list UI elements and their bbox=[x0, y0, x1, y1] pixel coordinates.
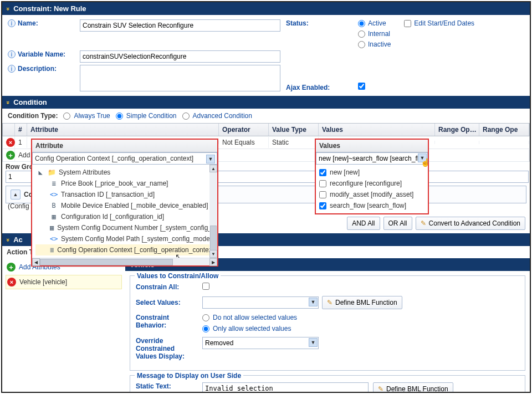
code-icon: <> bbox=[50, 235, 58, 243]
select-values-input[interactable]: ▼ bbox=[202, 296, 319, 309]
cond-type-advanced[interactable]: Advanced Condition bbox=[182, 112, 252, 120]
value-option[interactable]: search_flow [search_flow] bbox=[319, 200, 424, 211]
col-valuetype[interactable]: Value Type bbox=[269, 124, 319, 136]
scroll-up-icon[interactable]: ▲ bbox=[209, 165, 217, 172]
chevron-icon: » bbox=[5, 7, 12, 10]
status-inactive[interactable]: Inactive bbox=[358, 40, 391, 48]
constrain-all-checkbox[interactable] bbox=[202, 283, 209, 290]
condition-title: Condition bbox=[13, 98, 47, 106]
attr-tree: ◣📁System Attributes ≣Price Book [_price_… bbox=[32, 165, 217, 258]
description-label: iDescription: bbox=[8, 65, 74, 73]
behavior-label: Constraint Behavior: bbox=[136, 314, 197, 329]
rule-form: iName: Status: Active Internal Inactive … bbox=[2, 15, 530, 96]
code-icon: <> bbox=[50, 191, 58, 198]
pencil-icon: ✎ bbox=[327, 299, 332, 306]
tree-item[interactable]: <>Transaction ID [_transaction_id] bbox=[35, 189, 216, 200]
pencil-icon: ✎ bbox=[378, 385, 383, 393]
tree-item[interactable]: ▦System Config Document Number [_system_… bbox=[35, 222, 216, 233]
name-input[interactable] bbox=[80, 19, 280, 32]
grid-icon: ▦ bbox=[50, 224, 54, 232]
collapse-icon[interactable]: ◣ bbox=[37, 168, 44, 176]
constrain-all-label: Constrain All: bbox=[136, 283, 197, 291]
static-text-label: Static Text: bbox=[136, 382, 197, 390]
varname-label: iVariable Name: bbox=[8, 50, 74, 58]
scrollbar-horizontal[interactable]: ◀ ▶ bbox=[32, 258, 217, 265]
tree-item[interactable]: ▦Configuration Id [_configuration_id] bbox=[35, 211, 216, 222]
delete-row-icon[interactable]: × bbox=[6, 138, 15, 147]
values-options: new [new] reconfigure [reconfigure] modi… bbox=[316, 165, 428, 213]
tree-item[interactable]: <>System Config Model Path [_system_conf… bbox=[35, 233, 216, 244]
override-label: Override Constrained Values Display: bbox=[136, 337, 197, 360]
action-type-label: Action T bbox=[7, 248, 33, 256]
status-active[interactable]: Active bbox=[358, 19, 391, 27]
cond-type-always[interactable]: Always True bbox=[63, 112, 110, 120]
constrain-fieldset: Values to Constrain/Allow Constrain All:… bbox=[130, 275, 525, 371]
message-legend: Message to Display on User Side bbox=[135, 372, 243, 380]
plus-icon: + bbox=[7, 263, 16, 272]
description-input[interactable] bbox=[80, 65, 280, 91]
override-select[interactable]: ▼ bbox=[202, 337, 319, 349]
pencil-icon: ✎ bbox=[421, 219, 426, 227]
scroll-left-icon[interactable]: ◀ bbox=[32, 258, 40, 266]
col-rangeope[interactable]: Range Ope bbox=[479, 124, 529, 136]
convert-advanced-button[interactable]: ✎Convert to Advanced Condition bbox=[416, 217, 525, 230]
tree-group[interactable]: ◣📁System Attributes bbox=[35, 167, 216, 178]
define-bml-button[interactable]: ✎Define BML Function bbox=[322, 296, 402, 309]
tree-item[interactable]: BMobile Device Enabled [_mobile_device_e… bbox=[35, 200, 216, 211]
list-icon: ≣ bbox=[50, 246, 54, 254]
condition-type-label: Condition Type: bbox=[8, 112, 58, 120]
attr-dd-input[interactable]: Config Operation Context [_config_operat… bbox=[32, 152, 217, 165]
define-bml-button-2[interactable]: ✎Define BML Function bbox=[373, 382, 453, 393]
values-dd-input[interactable]: ▼ ☝ bbox=[316, 152, 428, 165]
varname-input[interactable] bbox=[80, 50, 280, 63]
value-option[interactable]: reconfigure [reconfigure] bbox=[319, 178, 424, 189]
condition-grid: # Attribute Operator Value Type Values R… bbox=[2, 123, 530, 162]
status-label: Status: bbox=[286, 19, 352, 27]
tree-item[interactable]: ≣Price Book [_price_book_var_name] bbox=[35, 178, 216, 189]
or-all-button[interactable]: OR All bbox=[383, 217, 412, 230]
folder-icon: 📁 bbox=[48, 168, 55, 176]
page-header: » Constraint: New Rule bbox=[2, 2, 530, 15]
action-title: Ac bbox=[13, 236, 23, 244]
ajax-checkbox[interactable] bbox=[358, 83, 365, 90]
chevron-down-icon[interactable]: ▼ bbox=[309, 338, 318, 347]
col-num: # bbox=[15, 124, 27, 136]
scroll-right-icon[interactable]: ▶ bbox=[209, 258, 217, 266]
constrain-legend: Values to Constrain/Allow bbox=[135, 272, 221, 280]
col-operator[interactable]: Operator bbox=[219, 124, 269, 136]
behavior-disallow[interactable]: Do not allow selected values bbox=[202, 314, 519, 321]
chevron-down-icon[interactable]: ▼ bbox=[309, 298, 318, 306]
chevron-down-icon[interactable]: ▼ bbox=[206, 155, 215, 163]
and-all-button[interactable]: AND All bbox=[347, 217, 380, 230]
status-internal[interactable]: Internal bbox=[358, 30, 391, 38]
name-label: iName: bbox=[8, 19, 74, 27]
tree-item-selected[interactable]: ≣Config Operation Context [_config_opera… bbox=[35, 244, 216, 255]
bool-icon: B bbox=[50, 202, 58, 209]
condition-type-bar: Condition Type: Always True Simple Condi… bbox=[2, 109, 530, 123]
col-rangeop[interactable]: Range Op… bbox=[435, 124, 479, 136]
row-valuetype[interactable]: Static bbox=[269, 137, 319, 148]
values-dropdown: Values ▼ ☝ new [new] reconfigure [reconf… bbox=[315, 139, 429, 214]
edit-dates-checkbox[interactable]: Edit Start/End Dates bbox=[404, 19, 474, 27]
message-fieldset: Message to Display on User Side Static T… bbox=[130, 375, 525, 393]
grid-icon: ▦ bbox=[50, 213, 58, 221]
chevron-down-icon[interactable]: ▼ bbox=[418, 153, 427, 162]
add-row-icon[interactable]: + bbox=[6, 151, 15, 160]
attribute-item[interactable]: ×Vehicle [vehicle] bbox=[6, 275, 122, 289]
col-values[interactable]: Values bbox=[319, 124, 435, 136]
list-icon: ≣ bbox=[50, 180, 58, 187]
delete-icon[interactable]: × bbox=[7, 278, 16, 286]
behavior-allow[interactable]: Only allow selected values bbox=[202, 325, 519, 332]
col-attribute[interactable]: Attribute bbox=[27, 124, 219, 136]
row-operator[interactable]: Not Equals bbox=[219, 137, 269, 148]
chevron-icon: » bbox=[5, 238, 12, 241]
value-option[interactable]: new [new] bbox=[319, 167, 424, 178]
scrollbar-vertical[interactable]: ▲ ▼ bbox=[209, 165, 217, 258]
row-num: 1 bbox=[15, 137, 27, 148]
scroll-down-icon[interactable]: ▼ bbox=[209, 250, 217, 258]
cond-type-simple[interactable]: Simple Condition bbox=[116, 112, 177, 120]
value-option[interactable]: modify_asset [modify_asset] bbox=[319, 189, 424, 200]
collapse-btn[interactable]: ▲ bbox=[11, 190, 21, 199]
static-text-input[interactable]: Invalid selection bbox=[202, 382, 369, 393]
page-title: Constraint: New Rule bbox=[13, 4, 86, 13]
